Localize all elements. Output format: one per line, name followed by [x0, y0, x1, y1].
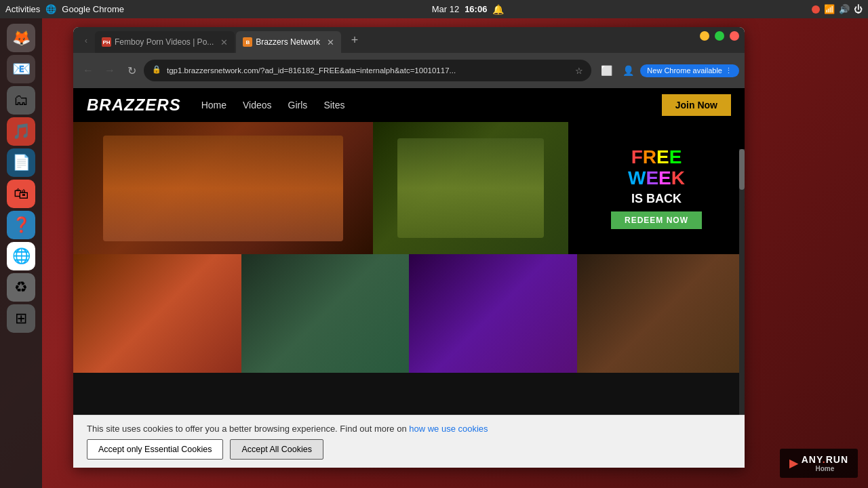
- nav-videos[interactable]: Videos: [243, 100, 272, 110]
- anyrun-play-icon: ▶: [789, 457, 797, 470]
- dock: 🦊 📧 🗂 🎵 📄 🛍 ❓ 🌐 ♻ ⊞: [0, 18, 42, 488]
- volume-icon[interactable]: 🔊: [839, 4, 850, 14]
- site-header: BRAZZERS Home Videos Girls Sites Join No…: [73, 88, 745, 122]
- free-week-line1: FREE: [631, 147, 682, 168]
- back-button[interactable]: ←: [79, 61, 98, 80]
- record-icon: [812, 5, 820, 14]
- app-name-label: Google Chrome: [62, 4, 124, 14]
- thumb-4[interactable]: [577, 254, 745, 373]
- nav-home[interactable]: Home: [201, 100, 226, 110]
- brazzers-logo: BRAZZERS: [87, 96, 181, 115]
- tab-femboy[interactable]: PH Femboy Porn Videos | Po... ✕: [95, 31, 235, 53]
- scroll-thumb[interactable]: [739, 149, 745, 190]
- anyrun-badge: ▶ ANY.RUN Home: [780, 449, 858, 478]
- address-input[interactable]: 🔒 tgp1.brazzersnetwork.com/?ad_id=816182…: [144, 60, 591, 81]
- address-text: tgp1.brazzersnetwork.com/?ad_id=816182_F…: [167, 66, 571, 75]
- power-icon[interactable]: ⏻: [854, 4, 863, 14]
- close-window-button[interactable]: [730, 31, 739, 41]
- tabs-bar: ‹ PH Femboy Porn Videos | Po... ✕ B Braz…: [73, 27, 745, 53]
- thumb-row: [73, 254, 745, 373]
- cookie-text: This site uses cookies to offer you a be…: [87, 424, 731, 434]
- new-tab-button[interactable]: +: [345, 30, 364, 49]
- dock-rhythmbox[interactable]: 🎵: [7, 117, 35, 146]
- cast-button[interactable]: ⬜: [597, 61, 616, 80]
- network-icon[interactable]: 📶: [824, 4, 835, 14]
- cookie-link[interactable]: how we use cookies: [409, 424, 488, 434]
- accept-all-button[interactable]: Accept All Cookies: [230, 439, 323, 460]
- tab-close-femboy[interactable]: ✕: [220, 37, 228, 47]
- cookie-banner: This site uses cookies to offer you a be…: [73, 415, 745, 468]
- dock-appstore[interactable]: 🛍: [7, 180, 35, 208]
- thumb-3[interactable]: [409, 254, 577, 373]
- thumb-2[interactable]: [241, 254, 410, 373]
- bookmark-icon[interactable]: ☆: [575, 66, 583, 76]
- tab-title-brazzers: Brazzers Network: [256, 37, 320, 47]
- tab-brazzers[interactable]: B Brazzers Network ✕: [236, 31, 341, 53]
- time-label: 16:06: [465, 4, 487, 14]
- activities-label[interactable]: Activities: [5, 4, 40, 14]
- thumb-1[interactable]: [73, 254, 241, 373]
- cookie-message: This site uses cookies to offer you a be…: [87, 424, 409, 434]
- top-bar: Activities 🌐 Google Chrome Mar 12 16:06 …: [0, 0, 868, 18]
- profile-button[interactable]: 👤: [618, 61, 637, 80]
- accept-essential-button[interactable]: Accept only Essential Cookies: [87, 439, 223, 460]
- dock-apps[interactable]: ⊞: [7, 304, 35, 333]
- dock-writer[interactable]: 📄: [7, 148, 35, 177]
- dock-thunderbird[interactable]: 📧: [7, 55, 35, 83]
- tabs-nav-back[interactable]: ‹: [79, 33, 94, 47]
- dock-help[interactable]: ❓: [7, 211, 35, 239]
- maximize-button[interactable]: [715, 31, 724, 41]
- new-chrome-label: New Chrome available: [647, 66, 722, 75]
- bell-icon[interactable]: 🔔: [492, 4, 504, 15]
- reload-button[interactable]: ↻: [122, 61, 141, 80]
- join-now-button[interactable]: Join Now: [662, 94, 731, 116]
- address-bar: ← → ↻ 🔒 tgp1.brazzersnetwork.com/?ad_id=…: [73, 53, 745, 88]
- security-icon: 🔒: [152, 65, 163, 76]
- browser-content: BRAZZERS Home Videos Girls Sites Join No…: [73, 88, 745, 468]
- tab-close-brazzers[interactable]: ✕: [327, 37, 334, 47]
- redeem-button[interactable]: REDEEM NOW: [611, 211, 702, 229]
- window-controls: [700, 31, 739, 41]
- dock-firefox[interactable]: 🦊: [7, 24, 35, 52]
- free-week-banner[interactable]: FREE WEEK IS BACK REDEEM NOW: [568, 122, 745, 254]
- tab-favicon-brazzers: B: [243, 37, 252, 47]
- site-nav: Home Videos Girls Sites: [201, 100, 345, 110]
- free-week-line2: WEEK: [628, 168, 685, 189]
- dock-files[interactable]: 🗂: [7, 86, 35, 115]
- nav-sites[interactable]: Sites: [323, 100, 344, 110]
- toolbar-right: ⬜ 👤 New Chrome available ⋮: [597, 61, 739, 80]
- new-chrome-menu-icon: ⋮: [725, 66, 732, 75]
- new-chrome-badge[interactable]: New Chrome available ⋮: [640, 64, 739, 77]
- tab-favicon-ph: PH: [102, 37, 111, 47]
- browser-window: ‹ PH Femboy Porn Videos | Po... ✕ B Braz…: [73, 27, 745, 468]
- dock-recycle[interactable]: ♻: [7, 273, 35, 302]
- date-label: Mar 12: [432, 4, 459, 14]
- dock-chrome[interactable]: 🌐: [7, 242, 35, 270]
- nav-girls[interactable]: Girls: [288, 100, 308, 110]
- cookie-buttons: Accept only Essential Cookies Accept All…: [87, 439, 731, 460]
- anyrun-label: ANY.RUN: [802, 454, 848, 465]
- minimize-button[interactable]: [700, 31, 709, 41]
- promo-row: FREE WEEK IS BACK REDEEM NOW: [73, 122, 745, 254]
- tab-title-femboy: Femboy Porn Videos | Po...: [115, 37, 214, 47]
- chrome-favicon: 🌐: [45, 4, 56, 14]
- promo-secondary-thumb[interactable]: [373, 122, 568, 254]
- forward-button[interactable]: →: [100, 61, 119, 80]
- anyrun-home-label: Home: [802, 465, 848, 472]
- free-week-sub: IS BACK: [631, 192, 682, 206]
- promo-main-thumb[interactable]: [73, 122, 373, 254]
